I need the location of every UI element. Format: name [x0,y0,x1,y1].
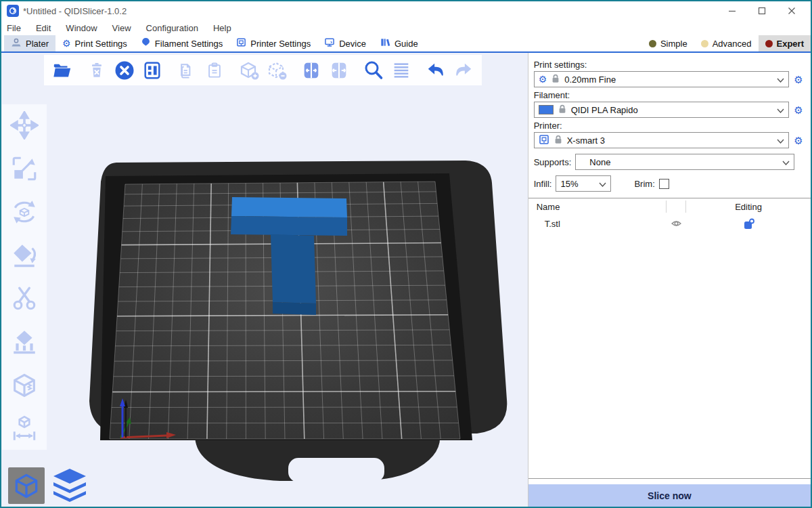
fuzzy-skin-gizmo-button[interactable] [8,370,41,401]
guide-books-icon [380,37,390,49]
chevron-down-icon [599,179,606,189]
settings-panel: Print settings: ⚙ 0.20mm Fine ⚙ Filament… [528,53,811,507]
filament-settings-gear-button[interactable]: ⚙ [792,105,805,115]
device-monitor-icon [324,37,335,49]
menu-item-help[interactable]: Help [213,23,231,33]
mode-expert[interactable]: Expert [759,35,811,51]
print-settings-gear-button[interactable]: ⚙ [792,75,805,85]
remove-instance-button[interactable] [265,58,288,83]
rotate-gizmo-button[interactable] [8,196,41,228]
object-list-header: Name Editing [528,198,811,215]
redo-button[interactable] [452,58,475,83]
app-window: *Untitled - QIDISlicer-1.0.2 File Edit W… [0,0,812,508]
print-preset-value: 0.20mm Fine [564,75,773,85]
column-visibility [666,200,686,213]
main-toolbar [44,55,482,85]
search-button[interactable] [362,58,385,83]
undo-button[interactable] [424,58,447,83]
minimize-button[interactable] [717,2,747,20]
edit-object-icon[interactable] [686,218,811,230]
menu-item-file[interactable]: File [7,23,21,33]
supports-combo[interactable]: None [575,154,794,170]
lock-icon [554,134,563,146]
lock-icon [551,73,560,85]
scale-gizmo-button[interactable] [8,153,41,184]
menu-item-edit[interactable]: Edit [36,23,51,33]
paste-button[interactable] [203,58,226,83]
mode-label: Expert [777,39,804,49]
tab-label: Print Settings [75,39,127,49]
measure-gizmo-button[interactable] [8,413,41,444]
close-button[interactable] [777,2,807,20]
brim-checkbox[interactable] [659,179,669,189]
infill-label: Infill: [534,179,552,189]
menu-item-window[interactable]: Window [66,23,97,33]
printer-settings-gear-button[interactable]: ⚙ [792,135,805,146]
move-gizmo-button[interactable] [8,110,41,141]
object-row-t-stl[interactable]: T.stl [528,215,811,232]
infill-value: 15% [560,179,595,189]
window-title: *Untitled - QIDISlicer-1.0.2 [23,6,127,16]
tab-plater[interactable]: Plater [4,35,55,51]
cut-gizmo-button[interactable] [8,283,41,314]
printer-preset-value: X-smart 3 [567,135,773,146]
gear-icon: ⚙ [62,39,71,48]
chevron-down-icon [777,135,784,146]
filament-color-swatch [539,105,554,114]
gear-icon: ⚙ [539,75,547,84]
split-to-parts-button[interactable] [328,58,351,83]
window-controls [717,2,807,20]
filament-preset-value: QIDI PLA Rapido [571,105,773,115]
chevron-down-icon [782,157,790,167]
delete-button[interactable] [85,58,108,83]
tab-print-settings[interactable]: ⚙ Print Settings [55,35,134,51]
object-list: Name Editing T.stl [528,198,811,479]
printer-preset-combo[interactable]: X-smart 3 [534,132,789,148]
plater-icon [11,37,22,50]
expert-mode-dot-icon [765,40,773,47]
tab-label: Device [339,39,366,49]
tab-filament-settings[interactable]: Filament Settings [134,35,229,51]
filament-label: Filament: [534,90,805,100]
tab-printer-settings[interactable]: Printer Settings [229,35,317,51]
supports-label: Supports: [534,157,572,167]
app-logo-icon [7,5,19,17]
variable-layer-height-button[interactable] [390,58,413,83]
print-settings-label: Print settings: [534,60,805,70]
tab-label: Plater [26,39,49,49]
mode-advanced[interactable]: Advanced [694,35,759,51]
open-folder-button[interactable] [51,58,74,83]
preview-layers-view-button[interactable] [50,466,89,504]
mode-simple[interactable]: Simple [642,35,694,51]
filament-preset-combo[interactable]: QIDI PLA Rapido [534,102,789,118]
printer-icon [236,37,246,49]
slice-now-button[interactable]: Slice now [528,484,811,507]
column-name: Name [528,202,666,212]
infill-combo[interactable]: 15% [556,175,611,192]
delete-all-button[interactable] [113,58,136,83]
maximize-button[interactable] [747,2,777,20]
add-instance-button[interactable] [238,58,261,83]
gizmo-toolbar [2,104,47,450]
mode-label: Simple [660,39,687,49]
menu-item-configuration[interactable]: Configuration [146,23,198,33]
visibility-eye-icon[interactable] [666,219,686,228]
view-mode-buttons [8,466,89,504]
3d-editor-view-button[interactable] [8,467,45,504]
viewport-3d[interactable] [1,53,528,507]
simple-mode-dot-icon [649,40,656,47]
supports-value: None [580,157,778,167]
arrange-button[interactable] [141,58,164,83]
paint-support-gizmo-button[interactable] [8,326,41,358]
chevron-down-icon [777,105,784,115]
copy-button[interactable] [175,58,198,83]
tab-device[interactable]: Device [317,35,373,51]
print-bed-scene [1,53,528,507]
split-to-objects-button[interactable] [300,58,323,83]
place-on-face-gizmo-button[interactable] [8,240,41,271]
printer-icon [539,134,549,147]
menu-item-view[interactable]: View [112,23,131,33]
tab-guide[interactable]: Guide [373,35,425,51]
print-preset-combo[interactable]: ⚙ 0.20mm Fine [534,71,789,87]
object-name: T.stl [528,219,666,229]
